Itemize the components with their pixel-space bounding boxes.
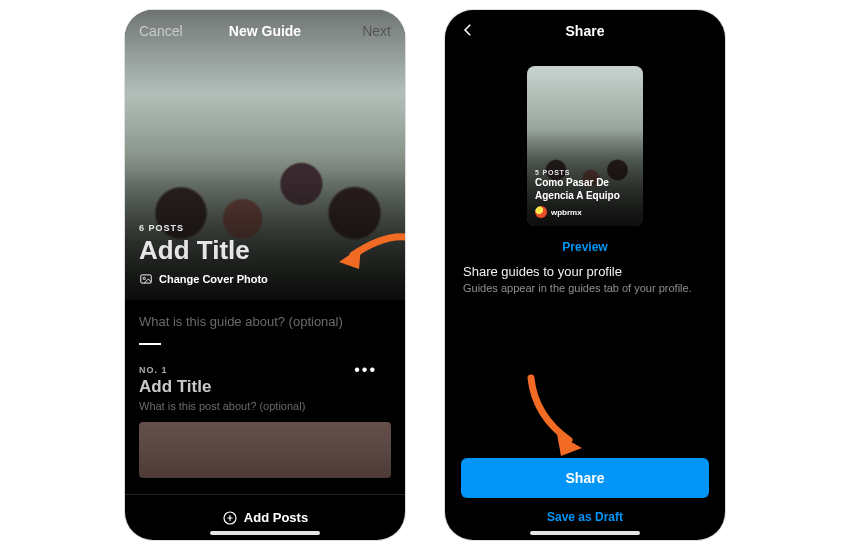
add-posts-label: Add Posts (244, 510, 308, 525)
card-title: Como Pasar De Agencia A Equipo (535, 177, 635, 202)
guide-body: What is this guide about? (optional) NO.… (125, 300, 405, 494)
post-thumbnail (139, 422, 391, 478)
navbar: Cancel New Guide Next (125, 10, 405, 52)
plus-circle-icon (222, 510, 238, 526)
cta-area: Share Save as Draft (445, 450, 725, 540)
post-index-label: NO. 1 (139, 365, 168, 375)
username-label: wpbrmx (551, 208, 582, 217)
navbar-title: Share (445, 23, 725, 39)
share-subheading: Guides appear in the guides tab of your … (463, 282, 707, 294)
chevron-left-icon (459, 21, 477, 39)
svg-point-1 (143, 277, 145, 279)
share-button[interactable]: Share (461, 458, 709, 498)
phone-new-guide: Cancel New Guide Next 6 POSTS Add Title … (125, 10, 405, 540)
annotation-arrow (517, 366, 607, 456)
share-heading: Share guides to your profile (463, 264, 707, 279)
cover-area: 6 POSTS Add Title Change Cover Photo (125, 10, 405, 300)
posts-count-label: 6 POSTS (139, 223, 391, 233)
post-more-button[interactable]: ••• (354, 361, 377, 379)
preview-area: 5 POSTS Como Pasar De Agencia A Equipo w… (445, 52, 725, 264)
save-as-draft-link[interactable]: Save as Draft (461, 510, 709, 524)
next-button[interactable]: Next (362, 23, 391, 39)
preview-link[interactable]: Preview (562, 240, 607, 254)
spacer (445, 294, 725, 450)
post-description-input[interactable]: What is this post about? (optional) (139, 400, 391, 412)
divider (139, 343, 161, 345)
guide-description-input[interactable]: What is this guide about? (optional) (139, 314, 391, 329)
avatar (535, 206, 547, 218)
back-button[interactable] (459, 21, 477, 42)
image-icon (139, 272, 153, 286)
post-block-1: NO. 1 ••• Add Title What is this post ab… (139, 365, 391, 478)
share-description: Share guides to your profile Guides appe… (445, 264, 725, 294)
card-posts-count: 5 POSTS (535, 169, 635, 176)
post-title-input[interactable]: Add Title (139, 377, 391, 397)
home-indicator (210, 531, 320, 535)
cancel-button[interactable]: Cancel (139, 23, 183, 39)
navbar: Share (445, 10, 725, 52)
card-author: wpbrmx (535, 206, 635, 218)
guide-preview-card[interactable]: 5 POSTS Como Pasar De Agencia A Equipo w… (527, 66, 643, 226)
guide-title-input[interactable]: Add Title (139, 235, 391, 266)
phone-share: Share 5 POSTS Como Pasar De Agencia A Eq… (445, 10, 725, 540)
home-indicator (530, 531, 640, 535)
change-cover-label: Change Cover Photo (159, 273, 268, 285)
change-cover-button[interactable]: Change Cover Photo (139, 272, 391, 286)
